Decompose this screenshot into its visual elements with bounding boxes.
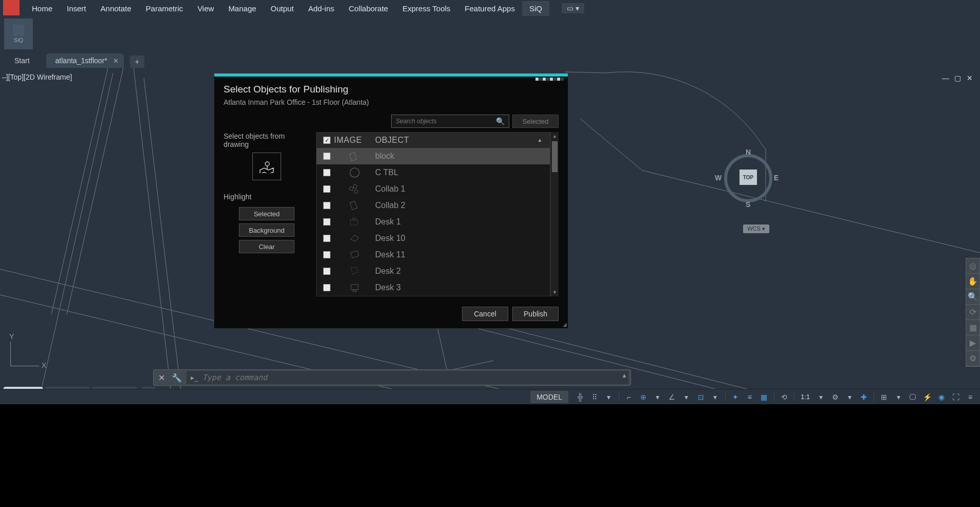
hardware-accel-icon[interactable]: ⚡ xyxy=(921,391,933,403)
table-scrollbar[interactable]: ▲ ▼ xyxy=(550,132,559,296)
ribbon-parametric[interactable]: Parametric xyxy=(139,1,191,16)
ortho-icon[interactable]: ⌐ xyxy=(623,391,635,403)
cleanscreen-icon[interactable]: ⛶ xyxy=(950,391,961,403)
select-all-checkbox[interactable]: ✓ xyxy=(323,137,330,144)
ribbon-collaborate[interactable]: Collaborate xyxy=(341,1,395,16)
viewcube-north[interactable]: N xyxy=(746,148,751,156)
row-checkbox[interactable] xyxy=(323,185,330,193)
table-row[interactable]: block xyxy=(317,148,550,164)
row-checkbox[interactable] xyxy=(323,268,330,275)
cmdline-customize-icon[interactable]: 🔧 xyxy=(169,373,184,383)
status-dropdown-icon[interactable]: ▾ xyxy=(844,391,855,403)
sort-ascending-icon[interactable]: ▲ xyxy=(538,137,543,143)
search-input[interactable] xyxy=(396,118,496,125)
scroll-thumb[interactable] xyxy=(552,141,558,172)
status-dropdown-icon[interactable]: ▾ xyxy=(681,391,692,403)
ribbon-home[interactable]: Home xyxy=(25,1,60,16)
cmdline-close-icon[interactable]: ✕ xyxy=(154,373,169,383)
monitor-icon[interactable]: 🖵 xyxy=(907,391,918,403)
isolate-icon[interactable]: ◉ xyxy=(936,391,947,403)
dyninput-icon[interactable]: ✦ xyxy=(730,391,741,403)
table-row[interactable]: Desk 10 xyxy=(317,230,550,247)
column-object[interactable]: OBJECT ▲ xyxy=(375,136,547,145)
column-image[interactable]: IMAGE xyxy=(334,136,375,145)
nav-fullnav-icon[interactable]: ◎ xyxy=(966,258,979,274)
nav-zoom-icon[interactable]: 🔍 xyxy=(966,289,979,305)
close-icon[interactable]: ✕ xyxy=(113,57,119,65)
row-checkbox[interactable] xyxy=(323,153,330,160)
viewcube[interactable]: TOP N S E W xyxy=(720,150,776,206)
scroll-down-icon[interactable]: ▼ xyxy=(551,288,559,296)
scroll-up-icon[interactable]: ▲ xyxy=(551,132,559,140)
osnap-icon[interactable]: ⊡ xyxy=(695,391,707,403)
row-checkbox[interactable] xyxy=(323,235,330,242)
search-icon[interactable]: 🔍 xyxy=(496,117,505,125)
row-checkbox[interactable] xyxy=(323,284,330,291)
status-model-button[interactable]: MODEL xyxy=(530,391,568,403)
viewcube-east[interactable]: E xyxy=(774,174,779,182)
row-checkbox[interactable] xyxy=(323,251,330,258)
select-from-drawing-button[interactable] xyxy=(252,153,281,180)
status-dropdown-icon[interactable]: ▾ xyxy=(603,391,615,403)
ribbon-annotate[interactable]: Annotate xyxy=(94,1,139,16)
add-tab-button[interactable]: + xyxy=(130,55,144,68)
table-row[interactable]: Collab 2 xyxy=(317,197,550,214)
nav-pan-icon[interactable]: ✋ xyxy=(966,274,979,289)
cmdline-input[interactable] xyxy=(202,373,624,382)
row-checkbox[interactable] xyxy=(323,202,330,209)
ribbon-panel-dropdown[interactable]: ▭ ▾ xyxy=(562,3,584,13)
iso-icon[interactable]: ∠ xyxy=(667,391,678,403)
polar-icon[interactable]: ⊕ xyxy=(638,391,649,403)
row-checkbox[interactable] xyxy=(323,169,330,176)
ribbon-insert[interactable]: Insert xyxy=(60,1,94,16)
ribbon-express-tools[interactable]: Express Tools xyxy=(395,1,457,16)
status-dropdown-icon[interactable]: ▾ xyxy=(710,391,721,403)
table-row[interactable]: C TBL xyxy=(317,164,550,181)
workspace-icon[interactable]: ⊞ xyxy=(878,391,890,403)
ribbon-siq[interactable]: SiQ xyxy=(522,1,549,16)
row-checkbox[interactable] xyxy=(323,218,330,226)
wcs-badge[interactable]: WCS ▾ xyxy=(743,224,769,233)
snap-icon[interactable]: ⠿ xyxy=(589,391,600,403)
ribbon-featured-apps[interactable]: Featured Apps xyxy=(457,1,522,16)
nav-showmo-icon[interactable]: ▦ xyxy=(966,320,979,335)
app-logo[interactable] xyxy=(3,0,20,15)
transparency-icon[interactable]: ▦ xyxy=(759,391,770,403)
tab-atlanta[interactable]: atlanta_1stfloor* ✕ xyxy=(46,53,124,68)
ribbon-addins[interactable]: Add-ins xyxy=(301,1,342,16)
nav-play-icon[interactable]: ▶ xyxy=(966,335,979,351)
highlight-clear-button[interactable]: Clear xyxy=(239,240,294,253)
nav-orbit-icon[interactable]: ⟳ xyxy=(966,305,979,320)
lineweight-icon[interactable]: ≡ xyxy=(744,391,755,403)
customize-icon[interactable]: ≡ xyxy=(965,391,976,403)
annotation-scale[interactable]: 1:1 xyxy=(799,393,812,401)
publish-button[interactable]: Publish xyxy=(512,307,559,321)
grid-icon[interactable]: ╬ xyxy=(575,391,586,403)
viewcube-top-face[interactable]: TOP xyxy=(739,170,757,185)
filter-selected-button[interactable]: Selected xyxy=(512,115,559,128)
highlight-background-button[interactable]: Background xyxy=(239,223,294,237)
highlight-selected-button[interactable]: Selected xyxy=(239,207,294,220)
cycling-icon[interactable]: ⟲ xyxy=(779,391,790,403)
tab-start[interactable]: Start xyxy=(5,53,46,68)
dialog-drag-handle[interactable] xyxy=(535,78,564,81)
viewcube-west[interactable]: W xyxy=(715,174,722,182)
viewcube-south[interactable]: S xyxy=(746,200,750,209)
anno-visibility-icon[interactable]: ✚ xyxy=(858,391,870,403)
cmdline-expand-icon[interactable]: ▲ xyxy=(621,372,627,379)
gear-icon[interactable]: ⚙ xyxy=(829,391,841,403)
ribbon-manage[interactable]: Manage xyxy=(221,1,263,16)
siq-panel-button[interactable]: SiQ xyxy=(4,18,33,49)
resize-grip-icon[interactable]: ◢ xyxy=(563,322,567,327)
table-row[interactable]: Desk 1 xyxy=(317,214,550,230)
ribbon-output[interactable]: Output xyxy=(264,1,301,16)
table-row[interactable]: Collab 1 xyxy=(317,181,550,197)
cancel-button[interactable]: Cancel xyxy=(462,307,508,321)
ucs-icon[interactable]: Y X xyxy=(5,332,46,373)
status-dropdown-icon[interactable]: ▾ xyxy=(652,391,663,403)
ribbon-view[interactable]: View xyxy=(190,1,221,16)
table-row[interactable]: Desk 2 xyxy=(317,263,550,279)
table-row[interactable]: Desk 3 xyxy=(317,279,550,296)
nav-settings-icon[interactable]: ⚙ xyxy=(966,351,979,366)
status-dropdown-icon[interactable]: ▾ xyxy=(815,391,826,403)
